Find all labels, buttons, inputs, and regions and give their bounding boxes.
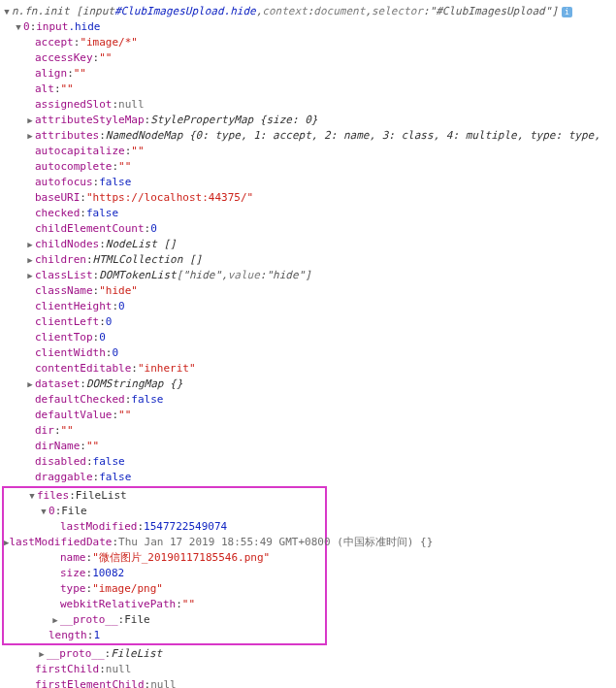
file-type-row[interactable]: ▶ type : "image/png" <box>4 581 325 597</box>
prop-row-baseURI[interactable]: ▶baseURI: "https://localhost:44375/" <box>2 190 614 206</box>
index-0-row[interactable]: ▼ 0 : input .hide <box>2 19 614 35</box>
expand-arrow[interactable]: ▶ <box>37 647 47 662</box>
prop-key: __proto__ <box>47 646 105 661</box>
prop-value: HTMLCollection [] <box>93 252 203 267</box>
prop-key: clientHeight <box>35 299 112 313</box>
prop-row-children[interactable]: ▶children: HTMLCollection [] <box>2 252 614 268</box>
prop-key: checked <box>35 206 80 220</box>
prop-value: 0 <box>112 345 118 360</box>
prop-value: 0 <box>106 314 113 329</box>
prop-row-contentEditable[interactable]: ▶contentEditable: "inherit" <box>2 361 614 377</box>
prop-value: null <box>150 677 177 688</box>
expand-arrow[interactable]: ▶ <box>50 613 60 628</box>
file-proto-row[interactable]: ▶ __proto__ : File <box>4 612 325 628</box>
prop-key: classList <box>35 268 93 282</box>
selector-val: "#ClubImagesUpload" <box>430 4 552 18</box>
input-tag: input <box>82 4 114 18</box>
prop-row-clientTop[interactable]: ▶clientTop: 0 <box>2 330 614 345</box>
expand-arrow[interactable]: ▼ <box>27 489 37 504</box>
prop-value: "" <box>118 408 131 422</box>
prop-row-dirName[interactable]: ▶dirName: "" <box>2 439 614 454</box>
prop-key: draggable <box>35 470 93 484</box>
file-0-row[interactable]: ▼ 0 : File <box>4 504 325 519</box>
prop-row-dir[interactable]: ▶dir: "" <box>2 423 614 439</box>
prop-row-clientWidth[interactable]: ▶clientWidth: 0 <box>2 345 614 361</box>
file-lastmodifieddate-row[interactable]: ▶ lastModifiedDate : Thu Jan 17 2019 18:… <box>4 535 325 550</box>
prop-key: align <box>35 66 67 81</box>
file-webkit-row[interactable]: ▶ webkitRelativePath : "" <box>4 597 325 612</box>
prop-row-firstElementChild[interactable]: ▶firstElementChild: null <box>2 677 614 688</box>
prop-row-clientLeft[interactable]: ▶clientLeft: 0 <box>2 314 614 330</box>
prop-value: false <box>99 470 131 484</box>
prop-row-attributeStyleMap[interactable]: ▶attributeStyleMap: StylePropertyMap {si… <box>2 113 614 128</box>
file-lastmodified-row[interactable]: ▶ lastModified : 1547722549074 <box>4 519 325 535</box>
prop-key: dirName <box>35 439 80 453</box>
prop-value: false <box>93 454 125 469</box>
prop-key: accept <box>35 35 74 49</box>
expand-arrow[interactable]: ▶ <box>25 129 35 144</box>
prop-row-childNodes[interactable]: ▶childNodes: NodeList [] <box>2 237 614 252</box>
prop-row-autocomplete[interactable]: ▶autocomplete: "" <box>2 159 614 175</box>
files-length-row[interactable]: ▶ length : 1 <box>4 628 325 643</box>
prop-value: File <box>61 504 87 518</box>
prop-row-draggable[interactable]: ▶draggable: false <box>2 470 614 485</box>
file-name-row[interactable]: ▶ name : "微信图片_20190117185546.png" <box>4 550 325 566</box>
prop-value: File <box>124 612 150 627</box>
prop-key: files <box>37 488 69 503</box>
prop-row-attributes[interactable]: ▶attributes: NamedNodeMap {0: type, 1: a… <box>2 128 614 144</box>
expand-arrow[interactable]: ▼ <box>2 5 12 19</box>
prop-key: attributes <box>35 128 99 143</box>
expand-arrow[interactable]: ▶ <box>25 269 35 283</box>
file-size-row[interactable]: ▶ size : 10082 <box>4 566 325 581</box>
prop-row-assignedSlot[interactable]: ▶assignedSlot: null <box>2 97 614 113</box>
prop-row-defaultChecked[interactable]: ▶defaultChecked: false <box>2 392 614 408</box>
prop-row-className[interactable]: ▶className: "hide" <box>2 283 614 299</box>
prop-row-defaultValue[interactable]: ▶defaultValue: "" <box>2 408 614 423</box>
expand-arrow[interactable]: ▼ <box>39 505 49 519</box>
prop-row-autofocus[interactable]: ▶autofocus: false <box>2 175 614 190</box>
prop-value: "https://localhost:44375/" <box>86 190 253 205</box>
expand-arrow[interactable]: ▶ <box>25 238 35 252</box>
info-icon[interactable]: i <box>562 7 572 17</box>
prop-key: lastModifiedDate <box>9 535 112 549</box>
prop-row-disabled[interactable]: ▶disabled: false <box>2 454 614 470</box>
prop-key: name <box>60 550 86 565</box>
input-tag: input <box>36 19 68 34</box>
prop-value: false <box>131 392 163 407</box>
expand-arrow[interactable]: ▶ <box>25 114 35 128</box>
prop-value: StylePropertyMap {size: 0} <box>150 113 317 127</box>
expand-arrow[interactable]: ▼ <box>14 20 23 35</box>
prop-row-classList[interactable]: ▶classList: DOMTokenList ["hide", value:… <box>2 268 614 283</box>
prop-value: "" <box>118 159 131 174</box>
prop-key: __proto__ <box>60 612 118 627</box>
prop-key: contentEditable <box>35 361 131 376</box>
object-header[interactable]: ▼ n.fn.init [ input #ClubImagesUpload .h… <box>2 4 614 19</box>
prop-key: clientLeft <box>35 314 99 329</box>
prop-value: null <box>118 97 145 112</box>
prop-value: "inherit" <box>138 361 196 376</box>
prop-value: "" <box>131 144 144 158</box>
prop-row-alt[interactable]: ▶alt: "" <box>2 82 614 97</box>
prop-value: "" <box>182 597 195 611</box>
context-key: context <box>262 4 307 18</box>
prop-key: autofocus <box>35 175 93 189</box>
expand-arrow[interactable]: ▶ <box>25 253 35 268</box>
prop-row-accessKey[interactable]: ▶accessKey: "" <box>2 50 614 66</box>
bracket: ] <box>551 4 558 18</box>
prop-row-checked[interactable]: ▶checked: false <box>2 206 614 221</box>
prop-key: clientTop <box>35 330 93 344</box>
prop-value: 1547722549074 <box>144 519 227 534</box>
prop-key: childNodes <box>35 237 99 251</box>
prop-value: false <box>86 206 118 220</box>
prop-row-accept[interactable]: ▶accept: "image/*" <box>2 35 614 50</box>
prop-row-align[interactable]: ▶align: "" <box>2 66 614 82</box>
prop-row-dataset[interactable]: ▶dataset: DOMStringMap {} <box>2 377 614 392</box>
files-row[interactable]: ▼ files : FileList <box>4 488 325 504</box>
prop-row-clientHeight[interactable]: ▶clientHeight: 0 <box>2 299 614 314</box>
prop-row-autocapitalize[interactable]: ▶autocapitalize: "" <box>2 144 614 159</box>
prop-row-firstChild[interactable]: ▶firstChild: null <box>2 662 614 677</box>
prop-row-__proto__[interactable]: ▶__proto__: FileList <box>2 646 614 662</box>
expand-arrow[interactable]: ▶ <box>25 377 35 392</box>
prop-value: 0 <box>150 221 157 236</box>
prop-row-childElementCount[interactable]: ▶childElementCount: 0 <box>2 221 614 237</box>
